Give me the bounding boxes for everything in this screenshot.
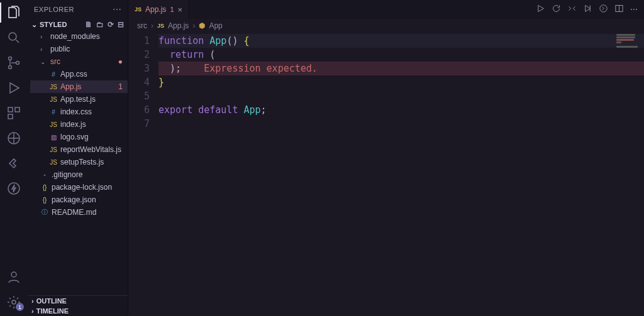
settings-icon[interactable]: 1 [6, 295, 21, 310]
file-package.json[interactable]: {}package.json [30, 193, 128, 206]
file-type-icon: JS [49, 96, 58, 103]
chevron-down-icon: ⌄ [40, 58, 48, 65]
symbol-icon: ⬢ [199, 21, 205, 30]
outline-section[interactable]: › OUTLINE [28, 296, 128, 306]
compare-icon[interactable] [567, 4, 577, 15]
timeline-section[interactable]: › TIMELINE [28, 306, 128, 316]
breadcrumb-symbol[interactable]: App [209, 21, 222, 30]
file-App.test.js[interactable]: JSApp.test.js [30, 93, 128, 106]
folder-node_modules[interactable]: ›node_modules [30, 30, 128, 43]
file-package-lock.json[interactable]: {}package-lock.json [30, 181, 128, 193]
explorer-title: EXPLORER [34, 6, 74, 13]
file-type-icon: # [49, 71, 58, 78]
toggle-aux-icon[interactable] [599, 4, 608, 15]
run-debug-icon[interactable] [6, 80, 21, 95]
new-folder-icon[interactable]: 🗀 [96, 20, 104, 29]
chevron-right-icon: › [192, 21, 195, 30]
svg-point-0 [9, 33, 16, 40]
split-editor-icon[interactable] [614, 4, 624, 15]
timeline-label: TIMELINE [36, 307, 69, 315]
refresh-run-icon[interactable] [552, 4, 561, 15]
explorer-sidebar: EXPLORER ⋯ ⌄ STYLED 🗎 🗀 ⟳ ⊟ ›node_module… [28, 0, 128, 316]
source-control-icon[interactable] [6, 55, 21, 70]
file-type-icon: ◦ [40, 172, 49, 178]
svg-point-2 [9, 66, 12, 69]
chevron-right-icon: › [151, 21, 153, 30]
code-line[interactable]: ); Expression expected. [158, 62, 644, 75]
file-type-icon: JS [49, 159, 58, 166]
file-App.js[interactable]: JSApp.js1 [30, 80, 128, 93]
tab-error-count: 1 [170, 6, 174, 13]
search-icon[interactable] [6, 30, 21, 45]
live-share-icon[interactable] [6, 156, 21, 171]
svg-point-10 [12, 300, 16, 304]
collapse-icon[interactable]: ⊟ [118, 20, 124, 29]
file-index.js[interactable]: JSindex.js [30, 118, 128, 131]
remote-icon[interactable] [6, 131, 21, 146]
project-section-header[interactable]: ⌄ STYLED 🗎 🗀 ⟳ ⊟ [28, 19, 128, 30]
tab-label: App.js [145, 5, 166, 14]
file-reportWebVitals.js[interactable]: JSreportWebVitals.js [30, 143, 128, 156]
code-line[interactable] [158, 117, 644, 131]
file-App.css[interactable]: #App.css [30, 68, 128, 80]
code-editor[interactable]: 1234567 function App() { return ( ); Exp… [128, 33, 644, 316]
outline-label: OUTLINE [36, 297, 67, 305]
file-type-icon: {} [40, 197, 49, 204]
file-setupTests.js[interactable]: JSsetupTests.js [30, 156, 128, 168]
file-.gitignore[interactable]: ◦.gitignore [30, 168, 128, 181]
run-icon[interactable] [536, 4, 545, 15]
file-label: setupTests.js [60, 158, 104, 166]
refresh-icon[interactable]: ⟳ [108, 20, 114, 29]
file-type-icon: ⓘ [40, 208, 49, 217]
sidebar-more-icon[interactable]: ⋯ [113, 4, 122, 14]
file-type-icon: ▧ [49, 134, 58, 141]
folder-label: node_modules [50, 32, 100, 41]
close-icon[interactable]: × [178, 5, 183, 14]
code-line[interactable]: return ( [158, 48, 644, 62]
folder-label: public [50, 45, 70, 53]
extensions-icon[interactable] [6, 106, 21, 121]
editor-main: JS App.js 1 × ⋯ src › JS App.js › ⬢ App … [128, 0, 644, 316]
file-index.css[interactable]: #index.css [30, 106, 128, 118]
code-area[interactable]: function App() { return ( ); Expression … [158, 33, 644, 316]
file-logo.svg[interactable]: ▧logo.svg [30, 131, 128, 143]
error-dot-icon: ● [118, 57, 123, 66]
explorer-icon[interactable] [6, 5, 21, 20]
file-label: App.css [60, 70, 87, 79]
more-actions-icon[interactable]: ⋯ [630, 5, 638, 14]
folder-label: src [50, 57, 60, 66]
file-type-icon: # [49, 109, 58, 116]
minimap[interactable] [616, 34, 641, 48]
folder-src[interactable]: ⌄src● [30, 55, 128, 68]
open-changes-icon[interactable] [583, 4, 592, 15]
breadcrumb-folder[interactable]: src [137, 21, 147, 30]
code-line[interactable]: export default App; [158, 103, 644, 117]
breadcrumb[interactable]: src › JS App.js › ⬢ App [128, 19, 644, 33]
js-icon: JS [135, 6, 142, 13]
svg-point-8 [8, 183, 19, 194]
chevron-down-icon: ⌄ [31, 21, 37, 29]
file-label: index.css [60, 107, 92, 116]
code-line[interactable] [158, 89, 644, 103]
code-line[interactable]: function App() { [158, 34, 644, 48]
tab-app-js[interactable]: JS App.js 1 × [128, 0, 189, 19]
file-label: package.json [52, 195, 96, 204]
chevron-right-icon: › [31, 297, 34, 305]
file-label: reportWebVitals.js [60, 145, 121, 154]
file-label: App.js [60, 82, 81, 91]
project-name: STYLED [40, 21, 67, 28]
code-line[interactable]: } [158, 75, 644, 89]
line-gutter: 1234567 [128, 33, 158, 316]
lightning-icon[interactable] [6, 181, 21, 196]
file-tree: ›node_modules›public⌄src●#App.cssJSApp.j… [28, 30, 128, 219]
account-icon[interactable] [6, 270, 21, 285]
activity-bar: 1 [0, 0, 28, 316]
chevron-right-icon: › [40, 33, 48, 40]
file-type-icon: JS [49, 121, 58, 128]
js-icon: JS [157, 23, 164, 29]
breadcrumb-file[interactable]: App.js [168, 21, 189, 30]
new-file-icon[interactable]: 🗎 [85, 20, 92, 29]
svg-rect-6 [8, 114, 13, 119]
file-README.md[interactable]: ⓘREADME.md [30, 206, 128, 219]
folder-public[interactable]: ›public [30, 43, 128, 55]
